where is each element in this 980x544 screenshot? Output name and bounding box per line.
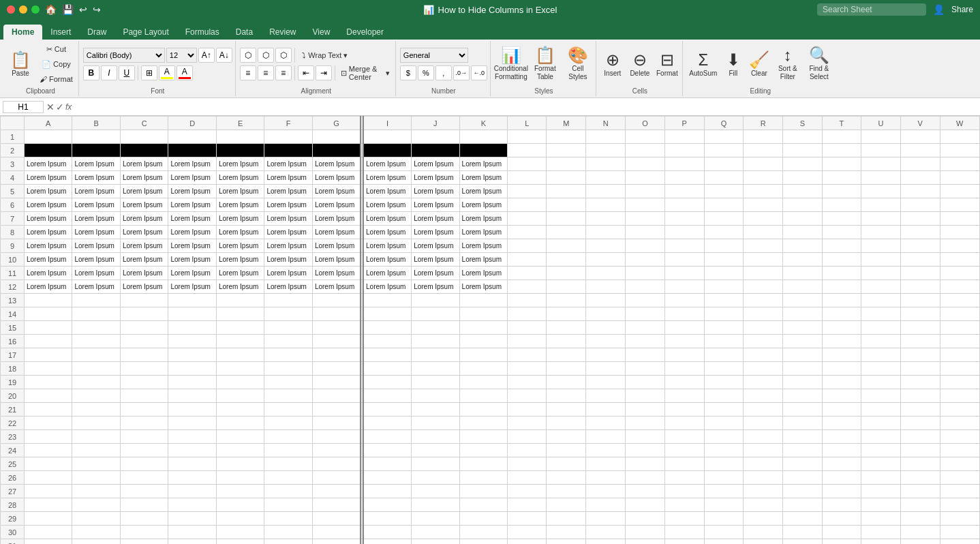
increase-indent-button[interactable]: ⇥ (316, 65, 332, 80)
cell-E23[interactable] (216, 430, 264, 444)
cell-K3[interactable]: Lorem Ipsum (459, 157, 507, 171)
cell-V3[interactable] (900, 157, 940, 171)
row-header-6[interactable]: 6 (1, 198, 25, 212)
decrease-indent-button[interactable]: ⇤ (298, 65, 314, 80)
underline-button[interactable]: U (119, 65, 135, 80)
cell-S13[interactable] (783, 294, 823, 307)
cell-A28[interactable] (25, 498, 72, 512)
cell-U6[interactable] (861, 198, 901, 212)
row-header-15[interactable]: 15 (1, 321, 25, 335)
cell-P16[interactable] (664, 335, 704, 348)
cell-E15[interactable] (216, 321, 264, 335)
col-header-N[interactable]: N (586, 117, 626, 130)
cell-L16[interactable] (508, 335, 547, 348)
cell-E17[interactable] (216, 348, 264, 362)
cell-G20[interactable] (312, 389, 361, 403)
cell-S7[interactable] (783, 212, 823, 226)
cell-T10[interactable] (822, 253, 861, 267)
cell-B18[interactable] (72, 362, 120, 376)
cell-I4[interactable]: Lorem Ipsum (363, 171, 412, 185)
cell-A31[interactable] (25, 539, 72, 545)
cell-W22[interactable] (940, 417, 979, 430)
cell-N30[interactable] (586, 526, 626, 539)
cell-L18[interactable] (508, 362, 547, 376)
col-header-U[interactable]: U (861, 117, 901, 130)
cell-G12[interactable]: Lorem Ipsum (312, 280, 361, 294)
row-header-27[interactable]: 27 (1, 485, 25, 498)
cell-Q17[interactable] (704, 348, 744, 362)
cell-A25[interactable] (25, 457, 72, 471)
col-header-V[interactable]: V (900, 117, 940, 130)
cell-P3[interactable] (664, 157, 704, 171)
row-header-9[interactable]: 9 (1, 239, 25, 253)
cell-D26[interactable] (168, 471, 216, 485)
cell-U12[interactable] (861, 280, 901, 294)
cell-B10[interactable]: Lorem Ipsum (72, 253, 120, 267)
cell-O14[interactable] (626, 307, 665, 321)
cell-A15[interactable] (25, 321, 72, 335)
col-header-A[interactable]: A (25, 117, 72, 130)
cell-M4[interactable] (547, 171, 586, 185)
row-header-22[interactable]: 22 (1, 417, 25, 430)
cell-E4[interactable]: Lorem Ipsum (216, 171, 264, 185)
col-header-S[interactable]: S (783, 117, 823, 130)
cell-N9[interactable] (586, 239, 626, 253)
cell-K15[interactable] (459, 321, 507, 335)
cell-P18[interactable] (664, 362, 704, 376)
cell-Q8[interactable] (704, 226, 744, 239)
cell-G6[interactable]: Lorem Ipsum (312, 198, 361, 212)
share-label[interactable]: Share (951, 5, 973, 14)
cell-E18[interactable] (216, 362, 264, 376)
cell-O25[interactable] (626, 457, 665, 471)
cell-J14[interactable] (412, 307, 459, 321)
cell-R6[interactable] (744, 198, 783, 212)
row-header-23[interactable]: 23 (1, 430, 25, 444)
cell-K16[interactable] (459, 335, 507, 348)
row-header-8[interactable]: 8 (1, 226, 25, 239)
cell-R30[interactable] (744, 526, 783, 539)
sheet-area[interactable]: ABCDEFGIJKLMNOPQRSTUVW 123Lorem IpsumLor… (0, 116, 980, 544)
cell-J3[interactable]: Lorem Ipsum (412, 157, 459, 171)
cell-S30[interactable] (783, 526, 823, 539)
cell-I19[interactable] (363, 376, 412, 389)
cell-P23[interactable] (664, 430, 704, 444)
cell-K20[interactable] (459, 389, 507, 403)
cell-L15[interactable] (508, 321, 547, 335)
cell-N17[interactable] (586, 348, 626, 362)
cell-Q29[interactable] (704, 512, 744, 526)
cell-B19[interactable] (72, 376, 120, 389)
cell-D20[interactable] (168, 389, 216, 403)
cell-N1[interactable] (586, 130, 626, 144)
cell-A14[interactable] (25, 307, 72, 321)
cell-B4[interactable]: Lorem Ipsum (72, 171, 120, 185)
cell-V30[interactable] (900, 526, 940, 539)
cell-G3[interactable]: Lorem Ipsum (312, 157, 361, 171)
cell-I22[interactable] (363, 417, 412, 430)
cell-I14[interactable] (363, 307, 412, 321)
cell-K10[interactable]: Lorem Ipsum (459, 253, 507, 267)
cell-M13[interactable] (547, 294, 586, 307)
cell-U3[interactable] (861, 157, 901, 171)
align-top-right-btn[interactable]: ⬡ (275, 48, 292, 63)
cell-B25[interactable] (72, 457, 120, 471)
cell-L2[interactable] (508, 144, 547, 157)
row-header-3[interactable]: 3 (1, 157, 25, 171)
cell-I12[interactable]: Lorem Ipsum (363, 280, 412, 294)
cell-K31[interactable] (459, 539, 507, 545)
cell-T11[interactable] (822, 267, 861, 280)
share-icon[interactable]: 👤 (933, 4, 945, 15)
cell-C7[interactable]: Lorem Ipsum (120, 212, 168, 226)
cell-I8[interactable]: Lorem Ipsum (363, 226, 412, 239)
cell-G7[interactable]: Lorem Ipsum (312, 212, 361, 226)
cell-C25[interactable] (120, 457, 168, 471)
cell-A17[interactable] (25, 348, 72, 362)
cell-J17[interactable] (412, 348, 459, 362)
cell-B13[interactable] (72, 294, 120, 307)
cell-O15[interactable] (626, 321, 665, 335)
cell-L27[interactable] (508, 485, 547, 498)
cell-S23[interactable] (783, 430, 823, 444)
cell-K5[interactable]: Lorem Ipsum (459, 185, 507, 198)
cell-M17[interactable] (547, 348, 586, 362)
row-header-26[interactable]: 26 (1, 471, 25, 485)
cell-R1[interactable] (744, 130, 783, 144)
